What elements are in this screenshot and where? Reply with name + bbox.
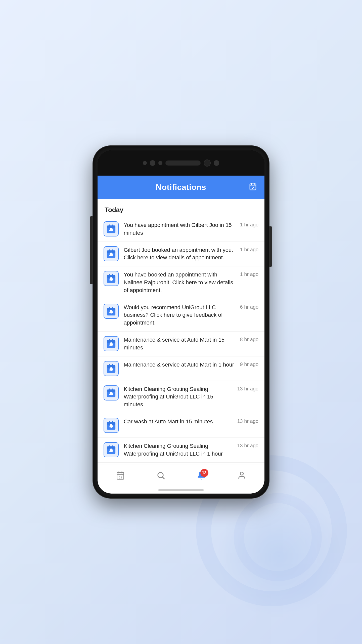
calendar-bell-icon [106,224,116,234]
notif-content: Kitchen Cleaning Grouting Sealing Waterp… [124,385,258,409]
notification-item[interactable]: You have booked an appointment with Nali… [98,266,264,299]
svg-rect-50 [112,421,113,423]
notif-content: Kitchen Cleaning Grouting Sealing Waterp… [124,442,258,458]
notification-item[interactable]: Kitchen Cleaning Grouting Sealing Waterp… [98,438,264,463]
svg-text:23: 23 [119,476,122,479]
notch-speakers [143,159,219,167]
svg-rect-0 [250,184,256,190]
notif-content: Would you recommend UniGrout LLC busines… [124,304,258,327]
notif-icon-wrap [104,336,119,351]
nav-notifications[interactable]: 13 [192,469,211,482]
notif-icon-wrap [104,361,119,376]
notif-time: 1 hr ago [240,246,258,253]
today-section-header: Today [98,199,264,217]
notif-icon-wrap [104,418,119,433]
notif-time: 8 hr ago [240,336,258,342]
notif-icon-wrap [104,221,119,236]
notif-text: Gilbert Joo booked an appointment with y… [124,246,236,262]
speaker-grille [165,160,201,166]
calendar-bell-icon [106,420,116,430]
notif-text: Would you recommend UniGrout LLC busines… [124,304,236,327]
svg-rect-26 [112,307,113,309]
home-indicator [158,489,204,491]
notification-item[interactable]: You have appointment with Gilbert Joo in… [98,217,264,242]
notif-content: Gilbert Joo booked an appointment with y… [124,246,258,262]
front-camera [204,159,211,167]
calendar-bell-icon [106,364,116,374]
svg-rect-7 [109,225,110,227]
svg-rect-13 [109,249,110,252]
notification-item[interactable]: Would you recommend UniGrout LLC busines… [98,299,264,332]
svg-rect-38 [112,364,113,367]
nav-profile[interactable] [232,469,251,482]
notif-content: Car wash at Auto Mart in 15 minutes 13 h… [124,418,258,426]
notif-time: 9 hr ago [240,361,258,367]
svg-rect-32 [112,339,113,342]
notif-icon-wrap [104,271,119,286]
notif-text: Kitchen Cleaning Grouting Sealing Waterp… [124,442,233,458]
calendar-check-icon[interactable] [249,182,257,192]
notif-icon-wrap [104,304,119,319]
notif-icon-wrap [104,442,119,457]
svg-rect-49 [109,421,110,423]
notif-icon-wrap [104,246,119,261]
calendar-nav-icon: 23 [116,471,125,480]
svg-rect-20 [112,274,113,277]
bottom-navigation: 23 13 [98,464,264,489]
svg-rect-8 [112,225,113,227]
notification-item[interactable]: Maintenance & service at Auto Mart in 15… [98,332,264,356]
calendar-bell-icon [106,445,116,455]
notification-item[interactable]: Maintenance & service at Auto Mart in 1 … [98,356,264,381]
svg-rect-14 [112,249,113,252]
notif-text: Car wash at Auto Mart in 15 minutes [124,418,233,426]
app-header: Notifications [98,176,264,199]
calendar-bell-icon [106,339,116,349]
notch-bar [98,150,264,176]
app-screen: Notifications Today [98,176,264,494]
dot-cam2 [214,160,219,166]
notif-icon-wrap [104,385,119,400]
notif-content: Maintenance & service at Auto Mart in 1 … [124,361,258,369]
svg-rect-55 [109,445,110,448]
svg-line-76 [162,477,164,479]
notif-time: 13 hr ago [237,418,258,424]
search-nav-icon [156,471,165,480]
svg-rect-25 [109,307,110,309]
svg-rect-19 [109,274,110,277]
notification-item[interactable]: Kitchen Cleaning Grouting Sealing Waterp… [98,381,264,413]
svg-rect-43 [109,388,110,391]
calendar-bell-icon [106,249,116,259]
notifications-list: Today You have appointment with Gilber [98,199,264,464]
notif-content: You have booked an appointment with Nali… [124,271,258,294]
phone-screen: Notifications Today [98,150,264,494]
dot-right2 [158,161,162,165]
header-title: Notifications [156,183,206,192]
svg-rect-56 [112,445,113,448]
calendar-bell-icon [106,388,116,398]
nav-search[interactable] [151,469,170,482]
dot-center [150,160,155,166]
notif-time: 6 hr ago [240,304,258,310]
notif-time: 13 hr ago [237,385,258,392]
calendar-bell-icon [106,306,116,316]
notif-text: You have appointment with Gilbert Joo in… [124,221,236,237]
notification-item[interactable]: Gilbert Joo booked an appointment with y… [98,242,264,267]
notif-content: Maintenance & service at Auto Mart in 15… [124,336,258,352]
notification-item[interactable]: Car wash at Auto Mart in 15 minutes 13 h… [98,413,264,438]
calendar-bell-icon [106,273,116,284]
svg-rect-37 [109,364,110,367]
profile-nav-icon [237,471,246,480]
notif-time: 1 hr ago [240,271,258,277]
notif-text: Maintenance & service at Auto Mart in 15… [124,336,236,352]
notif-content: You have appointment with Gilbert Joo in… [124,221,258,237]
phone-device: Notifications Today [93,146,269,498]
dot-left [143,161,147,165]
nav-calendar[interactable]: 23 [111,469,130,482]
notif-text: You have booked an appointment with Nali… [124,271,236,294]
notif-time: 1 hr ago [240,221,258,228]
svg-rect-31 [109,339,110,342]
notif-text: Kitchen Cleaning Grouting Sealing Waterp… [124,385,233,409]
notif-text: Maintenance & service at Auto Mart in 1 … [124,361,236,369]
notifications-badge: 13 [200,469,208,477]
svg-point-77 [240,472,243,475]
